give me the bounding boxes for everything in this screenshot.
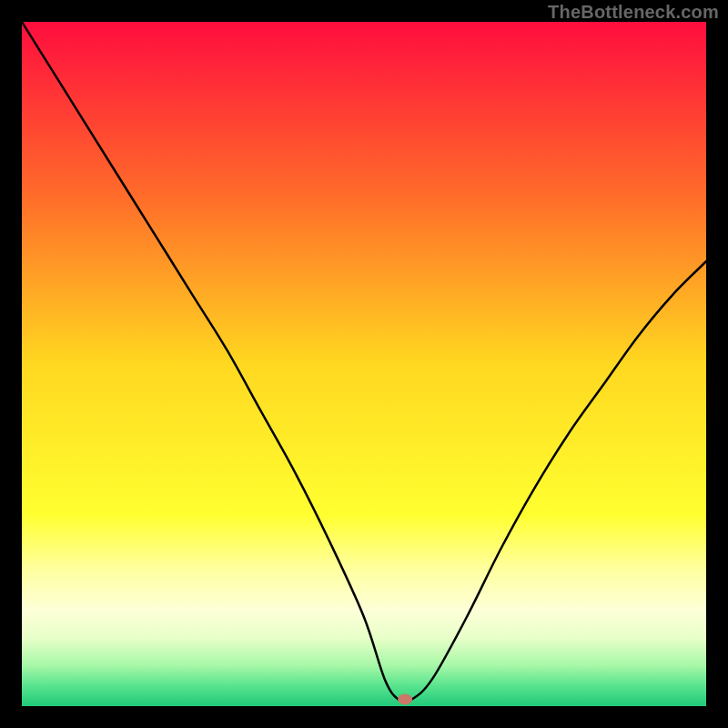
chart-frame: TheBottleneck.com	[0, 0, 728, 728]
optimal-marker	[398, 693, 412, 704]
watermark-text: TheBottleneck.com	[548, 2, 719, 23]
chart-svg	[22, 22, 706, 706]
plot-area	[22, 22, 706, 706]
gradient-background	[22, 22, 706, 706]
